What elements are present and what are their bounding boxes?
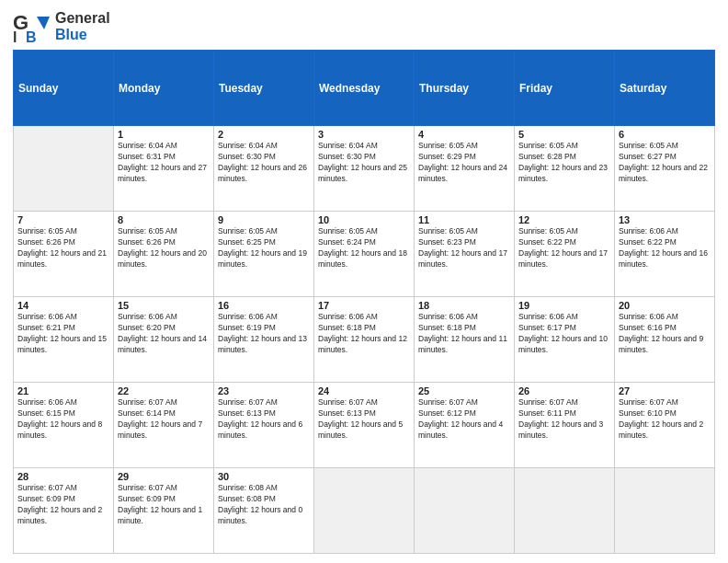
daylight-text: Daylight: 12 hours and 12 minutes. [318, 334, 410, 356]
sunset-text: Sunset: 6:23 PM [418, 237, 510, 248]
sunset-text: Sunset: 6:20 PM [118, 323, 210, 334]
sunrise-text: Sunrise: 6:05 AM [118, 226, 210, 237]
table-row: 21 Sunrise: 6:06 AM Sunset: 6:15 PM Dayl… [14, 383, 114, 468]
daylight-text: Daylight: 12 hours and 17 minutes. [518, 248, 610, 270]
table-row: 24 Sunrise: 6:07 AM Sunset: 6:13 PM Dayl… [314, 383, 415, 468]
sunset-text: Sunset: 6:09 PM [118, 494, 210, 505]
daylight-text: Daylight: 12 hours and 5 minutes. [318, 419, 410, 442]
day-number: 25 [418, 385, 510, 396]
sunset-text: Sunset: 6:18 PM [318, 323, 410, 334]
sunset-text: Sunset: 6:24 PM [318, 237, 410, 248]
daylight-text: Daylight: 12 hours and 8 minutes. [17, 419, 109, 442]
calendar-week-3: 14 Sunrise: 6:06 AM Sunset: 6:21 PM Dayl… [14, 297, 715, 383]
sunrise-text: Sunrise: 6:08 AM [218, 483, 310, 494]
daylight-text: Daylight: 12 hours and 2 minutes. [619, 419, 711, 442]
sunrise-text: Sunrise: 6:05 AM [218, 226, 310, 237]
daylight-text: Daylight: 12 hours and 6 minutes. [218, 419, 310, 442]
col-sunday: Sunday [14, 51, 114, 126]
day-number: 6 [619, 129, 711, 140]
table-row [615, 468, 715, 554]
calendar-week-5: 28 Sunrise: 6:07 AM Sunset: 6:09 PM Dayl… [14, 468, 715, 554]
sunrise-text: Sunrise: 6:07 AM [118, 397, 210, 408]
daylight-text: Daylight: 12 hours and 17 minutes. [418, 248, 510, 270]
sunset-text: Sunset: 6:18 PM [418, 323, 510, 334]
day-number: 21 [17, 385, 109, 396]
table-row: 7 Sunrise: 6:05 AM Sunset: 6:26 PM Dayli… [14, 212, 114, 297]
table-row: 9 Sunrise: 6:05 AM Sunset: 6:25 PM Dayli… [214, 212, 314, 297]
day-number: 23 [218, 385, 310, 396]
sunrise-text: Sunrise: 6:07 AM [619, 397, 711, 408]
sunset-text: Sunset: 6:14 PM [118, 408, 210, 419]
sunset-text: Sunset: 6:27 PM [619, 152, 711, 163]
table-row: 23 Sunrise: 6:07 AM Sunset: 6:13 PM Dayl… [214, 383, 314, 468]
table-row: 2 Sunrise: 6:04 AM Sunset: 6:30 PM Dayli… [214, 126, 314, 212]
sunrise-text: Sunrise: 6:05 AM [418, 141, 510, 152]
table-row: 1 Sunrise: 6:04 AM Sunset: 6:31 PM Dayli… [114, 126, 214, 212]
table-row: 13 Sunrise: 6:06 AM Sunset: 6:22 PM Dayl… [615, 212, 715, 297]
sunrise-text: Sunrise: 6:06 AM [17, 312, 109, 323]
daylight-text: Daylight: 12 hours and 2 minutes. [17, 505, 109, 527]
table-row: 26 Sunrise: 6:07 AM Sunset: 6:11 PM Dayl… [515, 383, 615, 468]
day-number: 8 [118, 214, 210, 225]
table-row: 5 Sunrise: 6:05 AM Sunset: 6:28 PM Dayli… [515, 126, 615, 212]
sunset-text: Sunset: 6:22 PM [518, 237, 610, 248]
table-row [515, 468, 615, 554]
sunset-text: Sunset: 6:26 PM [118, 237, 210, 248]
sunrise-text: Sunrise: 6:06 AM [118, 312, 210, 323]
sunrise-text: Sunrise: 6:06 AM [318, 312, 410, 323]
page: G B l General Blue [0, 0, 728, 563]
sunset-text: Sunset: 6:12 PM [418, 408, 510, 419]
day-number: 18 [418, 300, 510, 311]
sunrise-text: Sunrise: 6:07 AM [418, 397, 510, 408]
table-row: 18 Sunrise: 6:06 AM Sunset: 6:18 PM Dayl… [415, 297, 515, 383]
daylight-text: Daylight: 12 hours and 11 minutes. [418, 334, 510, 356]
sunset-text: Sunset: 6:25 PM [218, 237, 310, 248]
sunrise-text: Sunrise: 6:06 AM [619, 312, 711, 323]
sunset-text: Sunset: 6:21 PM [17, 323, 109, 334]
table-row: 6 Sunrise: 6:05 AM Sunset: 6:27 PM Dayli… [615, 126, 715, 212]
table-row [14, 126, 114, 212]
sunset-text: Sunset: 6:22 PM [619, 237, 711, 248]
sunset-text: Sunset: 6:17 PM [518, 323, 610, 334]
table-row: 14 Sunrise: 6:06 AM Sunset: 6:21 PM Dayl… [14, 297, 114, 383]
col-friday: Friday [515, 51, 615, 126]
table-row: 20 Sunrise: 6:06 AM Sunset: 6:16 PM Dayl… [615, 297, 715, 383]
table-row: 19 Sunrise: 6:06 AM Sunset: 6:17 PM Dayl… [515, 297, 615, 383]
calendar-header-row: Sunday Monday Tuesday Wednesday Thursday… [14, 51, 715, 126]
daylight-text: Daylight: 12 hours and 14 minutes. [118, 334, 210, 356]
sunrise-text: Sunrise: 6:04 AM [118, 141, 210, 152]
daylight-text: Daylight: 12 hours and 20 minutes. [118, 248, 210, 270]
sunrise-text: Sunrise: 6:04 AM [318, 141, 410, 152]
logo-blue: Blue [55, 27, 87, 42]
table-row [314, 468, 415, 554]
sunrise-text: Sunrise: 6:07 AM [518, 397, 610, 408]
sunrise-text: Sunrise: 6:07 AM [118, 483, 210, 494]
sunset-text: Sunset: 6:11 PM [518, 408, 610, 419]
sunset-text: Sunset: 6:28 PM [518, 152, 610, 163]
day-number: 28 [17, 471, 109, 482]
daylight-text: Daylight: 12 hours and 10 minutes. [518, 334, 610, 356]
day-number: 5 [518, 129, 610, 140]
col-saturday: Saturday [615, 51, 715, 126]
daylight-text: Daylight: 12 hours and 4 minutes. [418, 419, 510, 442]
daylight-text: Daylight: 12 hours and 27 minutes. [118, 163, 210, 185]
table-row: 17 Sunrise: 6:06 AM Sunset: 6:18 PM Dayl… [314, 297, 415, 383]
logo: G B l General Blue [13, 9, 110, 44]
daylight-text: Daylight: 12 hours and 16 minutes. [619, 248, 711, 270]
sunrise-text: Sunrise: 6:05 AM [17, 226, 109, 237]
logo-general: General [55, 10, 110, 26]
day-number: 10 [318, 214, 410, 225]
day-number: 24 [318, 385, 410, 396]
daylight-text: Daylight: 12 hours and 19 minutes. [218, 248, 310, 270]
header: G B l General Blue [13, 9, 715, 44]
sunrise-text: Sunrise: 6:05 AM [518, 141, 610, 152]
sunrise-text: Sunrise: 6:06 AM [218, 312, 310, 323]
svg-text:B: B [26, 29, 37, 44]
table-row: 22 Sunrise: 6:07 AM Sunset: 6:14 PM Dayl… [114, 383, 214, 468]
daylight-text: Daylight: 12 hours and 24 minutes. [418, 163, 510, 185]
table-row: 3 Sunrise: 6:04 AM Sunset: 6:30 PM Dayli… [314, 126, 415, 212]
sunset-text: Sunset: 6:31 PM [118, 152, 210, 163]
table-row: 25 Sunrise: 6:07 AM Sunset: 6:12 PM Dayl… [415, 383, 515, 468]
day-number: 16 [218, 300, 310, 311]
sunrise-text: Sunrise: 6:05 AM [418, 226, 510, 237]
